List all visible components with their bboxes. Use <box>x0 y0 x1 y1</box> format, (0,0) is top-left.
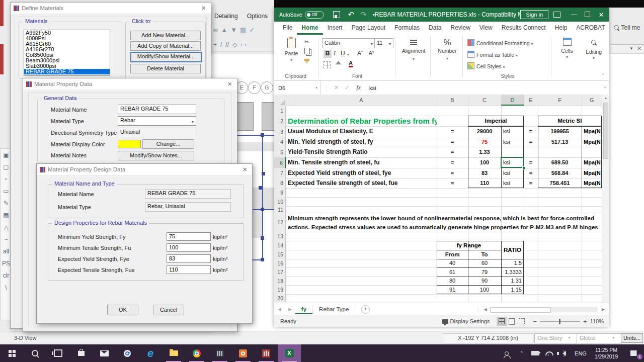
toolbar-icon[interactable]: ▼ <box>230 26 237 34</box>
cell-fy-from-r16[interactable]: 40 <box>437 259 468 267</box>
column-header-B[interactable]: B <box>437 95 468 106</box>
tray-expand-button[interactable]: ⌃ <box>515 344 528 362</box>
paste-button[interactable]: Paste▾ <box>281 38 301 62</box>
copy-icon[interactable] <box>304 48 310 54</box>
grid-bubble-G[interactable]: G <box>261 81 273 94</box>
modify-show-material-button[interactable]: Modify/Show Material... <box>130 52 202 62</box>
dialog-titlebar[interactable]: Material Property Data <box>23 78 237 90</box>
font-color-icon[interactable]: A <box>349 60 353 67</box>
chevron-down-icon[interactable]: ▾ <box>347 53 349 57</box>
cell-metric-unit-r4[interactable]: Mpa(N <box>582 137 602 147</box>
italic-button[interactable]: I <box>334 50 336 57</box>
column-header-G[interactable]: G <box>582 95 602 106</box>
cell-eq2-r7[interactable]: = <box>524 168 538 178</box>
view-normal-button[interactable] <box>497 317 507 326</box>
store-button[interactable] <box>69 344 93 362</box>
ribbon-tab-file[interactable]: File <box>278 22 297 35</box>
cell-ratio-header[interactable]: RATIO <box>501 241 524 259</box>
cell-fy-ratio-r17[interactable]: 1.3333 <box>501 267 524 277</box>
joint-node[interactable] <box>261 133 264 137</box>
column-header-C[interactable]: C <box>468 95 501 106</box>
property-input[interactable]: 83 <box>167 254 211 263</box>
ribbon-tab-page-layout[interactable]: Page Layout <box>347 22 390 35</box>
ribbon-tab-view[interactable]: View <box>475 22 497 35</box>
close-button[interactable]: ✕ <box>594 11 609 19</box>
orange-app-button[interactable] <box>231 344 255 362</box>
autosave-toggle[interactable]: Off <box>305 11 324 19</box>
cell-fy-to-r19[interactable]: 100 <box>468 285 501 294</box>
cell-value-r6[interactable]: 100 <box>468 157 501 168</box>
toolbar-icon[interactable]: ▭ <box>240 41 246 48</box>
cell-fy-ratio-r19[interactable]: 1.15 <box>501 285 524 294</box>
fill-handle[interactable] <box>522 166 526 170</box>
clock-button[interactable]: 11:25 PM 1/29/2019 <box>590 344 623 362</box>
row-header-7[interactable]: 7 <box>274 168 286 178</box>
display-settings-button[interactable]: Display Settings <box>442 318 490 324</box>
joint-node[interactable] <box>261 236 264 240</box>
ok-button[interactable]: OK <box>107 305 138 315</box>
cell-value-r7[interactable]: 83 <box>468 168 501 178</box>
borders-icon[interactable] <box>324 61 331 68</box>
cell-value-r4[interactable]: 75 <box>468 137 501 147</box>
zoom-level[interactable]: 110% <box>590 318 609 324</box>
sheet-nav-left-icon[interactable]: ◀ <box>274 307 285 312</box>
formula-expand-icon[interactable]: ˅ <box>604 85 606 90</box>
edge-button[interactable]: e <box>139 344 162 362</box>
decrease-font-icon[interactable]: Av <box>369 50 374 56</box>
minimize-button[interactable]: — <box>568 11 581 18</box>
cell-label-r8[interactable]: Expected Tensile strength of steel, fue <box>286 178 437 188</box>
cell-eq2-r3[interactable]: = <box>524 126 538 137</box>
scroll-up-icon[interactable]: ▲ <box>602 95 609 102</box>
row-header-9[interactable]: 9 <box>274 188 286 197</box>
zoom-slider[interactable] <box>540 321 580 322</box>
row-header-12[interactable]: 12 <box>274 213 286 232</box>
toolbar-icon[interactable]: ∞ <box>213 26 218 34</box>
hscroll-thumb[interactable] <box>491 307 551 313</box>
cell-note-r12[interactable]: Minimum strength represents the lower bo… <box>288 214 599 231</box>
menu-options[interactable]: Options <box>247 13 268 20</box>
color-swatch[interactable] <box>118 140 141 148</box>
column-header-E[interactable]: E <box>524 95 538 106</box>
vertical-scrollbar[interactable]: ▲ <box>602 95 609 303</box>
cell-fy-from-r18[interactable]: 80 <box>437 277 468 285</box>
units-button[interactable]: Units... <box>621 333 643 343</box>
joint-node[interactable] <box>261 258 264 261</box>
column-header-F[interactable]: F <box>538 95 582 106</box>
select-all-corner[interactable] <box>280 100 285 105</box>
material-type-select[interactable]: Rebar▾ <box>118 116 196 126</box>
ribbon-display-icon[interactable] <box>553 12 560 18</box>
row-header-4[interactable]: 4 <box>274 137 286 147</box>
sign-in-button[interactable]: Sign in <box>520 10 548 19</box>
joint-node[interactable] <box>262 172 265 175</box>
add-new-material-button[interactable]: Add New Material... <box>130 31 201 40</box>
undo-icon[interactable]: ↶ <box>348 10 355 19</box>
cell-styles-button[interactable]: Cell Styles ▾ <box>467 62 505 69</box>
increase-font-icon[interactable]: A^ <box>357 50 363 57</box>
cell-fy-ratio-r16[interactable]: 1.5 <box>501 259 524 267</box>
scrollbar-thumb[interactable] <box>603 103 608 159</box>
cell-imperial-header[interactable] <box>274 116 286 126</box>
cell-fy-to-r18[interactable]: 90 <box>468 277 501 285</box>
toolbar-icon[interactable]: / <box>220 41 222 48</box>
horizontal-scrollbar[interactable] <box>490 307 598 312</box>
ribbon-tab-insert[interactable]: Insert <box>323 22 347 35</box>
save-icon[interactable] <box>333 11 340 18</box>
mail-button[interactable] <box>93 344 116 362</box>
ribbon-tab-data[interactable]: Data <box>424 22 446 35</box>
cell-metric-unit-r3[interactable]: Mpa(N <box>582 126 602 137</box>
fx-icon[interactable]: fx <box>352 84 365 92</box>
format-as-table-button[interactable]: Format as Table ▾ <box>467 51 518 58</box>
toolbar-icon[interactable]: + <box>213 41 217 48</box>
close-icon[interactable]: ✕ <box>226 80 233 88</box>
number-group-button[interactable]: % Number ▾ <box>434 38 460 61</box>
cell-fy-range-header[interactable]: fy Range <box>437 241 501 250</box>
toolbar-icon[interactable]: ✓ <box>249 26 255 34</box>
editing-group-button[interactable]: Editing ▾ <box>582 38 605 60</box>
format-painter-icon[interactable] <box>304 59 309 63</box>
enter-icon[interactable]: ✓ <box>342 84 352 91</box>
row-header-13[interactable]: 13 <box>274 232 286 241</box>
cell-metric-r8[interactable]: 758.451 <box>538 178 582 188</box>
dialog-titlebar[interactable]: Define Materials <box>11 3 211 14</box>
cell-eq2-r4[interactable]: = <box>524 137 538 147</box>
cancel-icon[interactable]: ✕ <box>331 84 342 91</box>
